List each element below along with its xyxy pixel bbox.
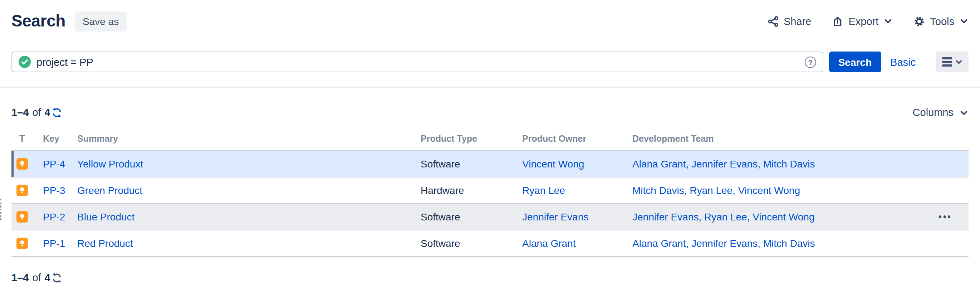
table-row[interactable]: PP-4 Yellow Produxt Software Vincent Won… (11, 151, 969, 177)
product-type-value: Software (421, 238, 460, 249)
issue-key-link[interactable]: PP-3 (43, 185, 65, 196)
jira-issue-search-page: Search Save as Share (0, 0, 980, 302)
refresh-icon[interactable] (52, 107, 63, 118)
table-row[interactable]: PP-1 Red Product Software Alana Grant Al… (11, 230, 969, 257)
save-as-button[interactable]: Save as (75, 11, 127, 31)
tools-button[interactable]: Tools (913, 15, 969, 27)
results-count: 1–4 of 4 (11, 107, 63, 118)
issue-summary-link[interactable]: Blue Product (77, 211, 134, 222)
chevron-down-icon (883, 16, 893, 26)
product-type-value: Software (421, 211, 460, 222)
development-team-links[interactable]: Mitch Davis, Ryan Lee, Vincent Wong (632, 185, 800, 196)
section-divider (0, 86, 980, 88)
development-team-links[interactable]: Jennifer Evans, Ryan Lee, Vincent Wong (632, 211, 815, 222)
results-range: 1–4 (11, 107, 29, 118)
issue-key-link[interactable]: PP-1 (43, 238, 65, 249)
row-drag-handle[interactable] (0, 199, 2, 221)
export-button[interactable]: Export (832, 15, 893, 27)
results-count-footer: 1–4 of 4 (11, 272, 969, 283)
development-team-links[interactable]: Alana Grant, Jennifer Evans, Mitch Davis (632, 238, 815, 249)
column-header-product-type[interactable]: Product Type (415, 134, 517, 151)
results-of-label: of (32, 272, 41, 283)
idea-issue-type-icon (16, 238, 32, 249)
jql-query-input[interactable]: project = PP ? (11, 51, 823, 72)
results-range: 1–4 (11, 272, 29, 283)
chevron-down-icon (955, 58, 963, 66)
issue-summary-link[interactable]: Yellow Produxt (77, 158, 143, 169)
basic-mode-link[interactable]: Basic (890, 56, 916, 68)
search-button[interactable]: Search (829, 51, 881, 72)
tools-label: Tools (930, 15, 954, 27)
jql-query-text: project = PP (37, 56, 93, 68)
product-owner-link[interactable]: Ryan Lee (522, 185, 565, 196)
results-of-label: of (32, 107, 41, 118)
column-header-summary[interactable]: Summary (72, 134, 415, 151)
syntax-help-icon[interactable]: ? (805, 56, 816, 68)
results-total: 4 (45, 272, 51, 283)
share-button[interactable]: Share (767, 15, 811, 27)
hamburger-icon (942, 58, 952, 67)
column-header-product-owner[interactable]: Product Owner (517, 134, 627, 151)
idea-issue-type-icon (16, 158, 32, 169)
chevron-down-icon (959, 16, 969, 26)
column-header-development-team[interactable]: Development Team (627, 134, 929, 151)
query-valid-check-icon (19, 56, 31, 68)
refresh-icon[interactable] (52, 272, 63, 283)
column-header-type[interactable]: T (11, 134, 38, 151)
header-actions: Share Export (767, 15, 969, 27)
issue-table: T Key Summary Product Type Product Owner… (11, 134, 969, 257)
issue-key-link[interactable]: PP-2 (43, 211, 65, 222)
product-owner-link[interactable]: Vincent Wong (522, 158, 584, 169)
column-header-key[interactable]: Key (38, 134, 72, 151)
issue-summary-link[interactable]: Green Product (77, 185, 142, 196)
columns-label: Columns (913, 107, 953, 118)
idea-issue-type-icon (16, 185, 32, 196)
search-options-menu-button[interactable] (935, 51, 969, 72)
columns-dropdown-button[interactable]: Columns (913, 107, 969, 118)
product-owner-link[interactable]: Jennifer Evans (522, 211, 589, 222)
export-label: Export (848, 15, 878, 27)
development-team-links[interactable]: Alana Grant, Jennifer Evans, Mitch Davis (632, 158, 815, 169)
issue-summary-link[interactable]: Red Product (77, 238, 133, 249)
share-label: Share (784, 15, 811, 27)
results-toolbar: 1–4 of 4 Columns (11, 105, 969, 120)
export-icon (832, 15, 843, 27)
more-actions-button[interactable] (938, 213, 952, 221)
page-header: Search Save as Share (11, 10, 969, 32)
page-title: Search (11, 11, 65, 31)
gear-icon (913, 15, 925, 27)
results-total: 4 (45, 107, 51, 118)
table-row[interactable]: PP-2 Blue Product Software Jennifer Evan… (11, 204, 969, 230)
table-row[interactable]: PP-3 Green Product Hardware Ryan Lee Mit… (11, 177, 969, 204)
jql-search-bar: project = PP ? Search Basic (11, 51, 969, 72)
product-type-value: Hardware (421, 185, 464, 196)
product-owner-link[interactable]: Alana Grant (522, 238, 576, 249)
share-icon (767, 15, 779, 27)
issue-key-link[interactable]: PP-4 (43, 158, 65, 169)
meatball-icon (939, 216, 942, 218)
product-type-value: Software (421, 158, 460, 169)
column-header-actions (929, 134, 969, 151)
chevron-down-icon (959, 108, 969, 117)
table-header-row: T Key Summary Product Type Product Owner… (11, 134, 969, 151)
idea-issue-type-icon (16, 211, 32, 222)
